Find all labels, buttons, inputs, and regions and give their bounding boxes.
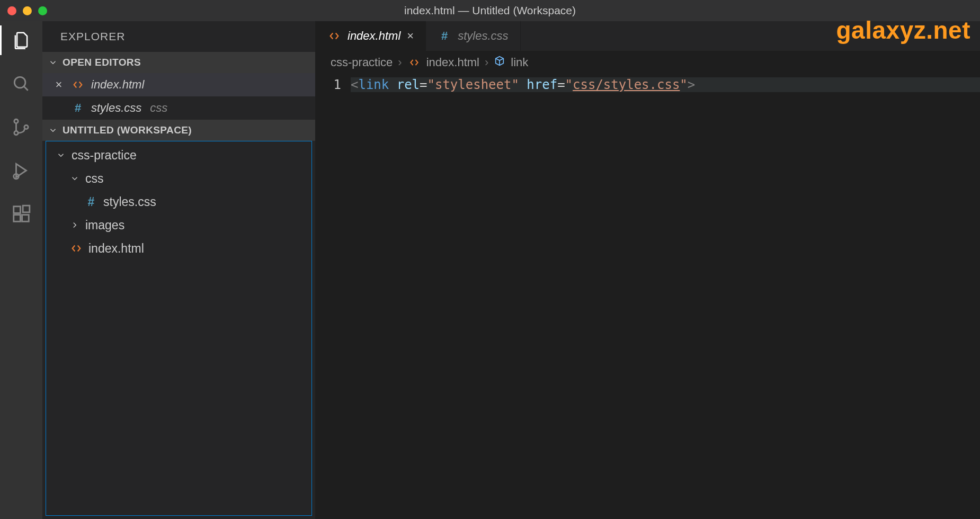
editor-tab[interactable]: index.html ×	[316, 21, 426, 51]
line-gutter: 1	[316, 74, 351, 519]
folder-name: css-practice	[72, 148, 137, 163]
html-file-icon	[327, 30, 341, 42]
minimize-window-button[interactable]	[23, 6, 32, 15]
breadcrumbs[interactable]: css-practice › index.html › link	[316, 51, 980, 74]
open-editors-header[interactable]: OPEN EDITORS	[42, 52, 315, 73]
svg-point-1	[14, 119, 18, 123]
css-file-icon: #	[84, 195, 98, 209]
tree-file[interactable]: index.html	[46, 237, 311, 260]
breadcrumb-segment[interactable]: index.html	[426, 56, 479, 69]
editor-tabs: index.html × # styles.css	[316, 21, 980, 51]
svg-rect-6	[14, 215, 21, 222]
tab-title: styles.css	[458, 29, 508, 43]
title-bar: index.html — Untitled (Workspace)	[0, 0, 980, 21]
html-file-icon	[69, 243, 83, 254]
close-icon[interactable]: ×	[53, 78, 65, 92]
svg-rect-8	[23, 205, 30, 212]
tree-folder[interactable]: css-practice	[46, 144, 311, 167]
window-title: index.html — Untitled (Workspace)	[0, 4, 980, 17]
search-icon[interactable]	[8, 71, 34, 96]
activity-bar	[0, 21, 42, 519]
close-window-button[interactable]	[7, 6, 16, 15]
svg-rect-7	[22, 215, 29, 222]
extensions-icon[interactable]	[8, 201, 34, 227]
breadcrumb-separator: ›	[398, 56, 402, 69]
explorer-icon[interactable]	[8, 28, 34, 53]
chevron-right-icon	[69, 220, 80, 230]
folder-name: css	[85, 172, 104, 186]
open-editor-item[interactable]: × index.html	[42, 73, 315, 96]
close-icon[interactable]: ×	[407, 29, 414, 43]
open-editor-item[interactable]: # styles.css css	[42, 96, 315, 120]
open-editor-name: styles.css	[91, 101, 141, 115]
open-editors-label: OPEN EDITORS	[63, 57, 141, 68]
tree-folder[interactable]: css	[46, 167, 311, 190]
window-controls	[0, 6, 47, 15]
run-debug-icon[interactable]	[8, 158, 34, 183]
maximize-window-button[interactable]	[38, 6, 47, 15]
open-editor-name: index.html	[91, 78, 144, 92]
svg-point-0	[14, 77, 25, 88]
css-file-icon: #	[438, 29, 451, 43]
file-tree: css-practice css # styles.css images	[46, 141, 312, 516]
workspace-label: UNTITLED (WORKSPACE)	[63, 124, 192, 136]
html-file-icon	[71, 79, 85, 91]
code-content[interactable]: <link rel="stylesheet" href="css/styles.…	[351, 74, 980, 519]
source-control-icon[interactable]	[8, 114, 34, 140]
sidebar-title: EXPLORER	[42, 21, 315, 52]
file-name: styles.css	[103, 195, 156, 209]
file-name: index.html	[88, 241, 144, 256]
html-file-icon	[407, 57, 421, 68]
chevron-down-icon	[69, 173, 80, 184]
chevron-down-icon	[56, 150, 66, 160]
line-number: 1	[316, 77, 341, 92]
editor-tab[interactable]: # styles.css	[426, 21, 520, 51]
svg-point-3	[24, 125, 28, 129]
folder-name: images	[85, 218, 124, 232]
css-file-icon: #	[71, 101, 85, 115]
chevron-down-icon	[48, 125, 58, 136]
code-editor[interactable]: 1 <link rel="stylesheet" href="css/style…	[316, 74, 980, 519]
svg-point-2	[14, 131, 18, 135]
tab-title: index.html	[348, 29, 400, 43]
explorer-sidebar: EXPLORER OPEN EDITORS × index.html # sty…	[42, 21, 316, 519]
chevron-down-icon	[48, 57, 58, 68]
breadcrumb-separator: ›	[485, 56, 488, 69]
breadcrumb-segment[interactable]: css-practice	[331, 56, 393, 69]
tree-file[interactable]: # styles.css	[46, 190, 311, 213]
editor-area: index.html × # styles.css css-practice ›…	[316, 21, 980, 519]
symbol-icon	[494, 55, 505, 70]
breadcrumb-segment[interactable]: link	[511, 56, 528, 69]
svg-rect-5	[14, 207, 21, 213]
open-editor-path: css	[150, 101, 167, 115]
tree-folder[interactable]: images	[46, 213, 311, 237]
workspace-header[interactable]: UNTITLED (WORKSPACE)	[42, 120, 315, 141]
